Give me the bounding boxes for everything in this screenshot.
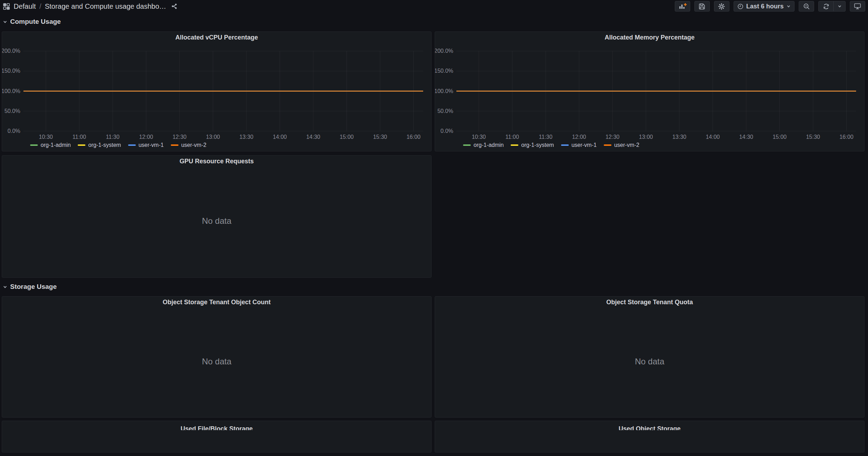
x-tick-label: 10:30: [39, 134, 53, 140]
panel-title-quota[interactable]: Object Storage Tenant Quota: [435, 297, 864, 306]
legend-label[interactable]: user-vm-1: [139, 142, 164, 148]
x-tick-label: 11:30: [539, 134, 553, 140]
x-tick-label: 15:30: [373, 134, 387, 140]
panel-title-gpu[interactable]: GPU Resource Requests: [2, 156, 431, 165]
zoom-out-time-button[interactable]: [799, 1, 814, 12]
y-tick-label: 150.0%: [435, 68, 453, 74]
panel-object-count: Object Storage Tenant Object Count No da…: [2, 296, 432, 418]
x-tick-label: 13:30: [672, 134, 686, 140]
panel-title-vcpu[interactable]: Allocated vCPU Percentage: [2, 32, 431, 41]
legend-item-user-vm-1[interactable]: user-vm-1: [128, 142, 164, 148]
refresh-button-group: [818, 1, 846, 12]
x-tick-label: 14:30: [739, 134, 753, 140]
cycle-view-mode-button[interactable]: [850, 1, 865, 12]
share-icon[interactable]: [171, 3, 177, 9]
panel-title-object-count[interactable]: Object Storage Tenant Object Count: [2, 297, 431, 306]
panel-used-object: Used Object Storage: [435, 421, 864, 453]
legend-label[interactable]: org-1-system: [521, 142, 554, 148]
y-tick-label: 50.0%: [438, 108, 453, 114]
no-data-wrap: No data: [2, 165, 431, 277]
legend-item-org-1-system[interactable]: org-1-system: [78, 142, 121, 148]
y-tick-label: 50.0%: [5, 108, 20, 114]
x-tick-label: 15:00: [340, 134, 354, 140]
legend-dash-icon: [78, 144, 85, 146]
panel-tenant-quota: Object Storage Tenant Quota No data: [435, 296, 864, 418]
save-dashboard-button[interactable]: [694, 1, 710, 12]
x-tick-label: 14:30: [306, 134, 320, 140]
section-row-compute-usage[interactable]: Compute Usage: [3, 16, 61, 27]
x-tick-label: 16:00: [406, 134, 420, 140]
x-tick-label: 12:30: [606, 134, 620, 140]
legend-item-user-vm-2[interactable]: user-vm-2: [171, 142, 206, 148]
x-tick-label: 11:30: [106, 134, 120, 140]
x-tick-label: 11:00: [72, 134, 86, 140]
caret-down-icon: [786, 4, 791, 8]
legend-item-user-vm-1[interactable]: user-vm-1: [561, 142, 597, 148]
save-icon: [699, 3, 705, 10]
panel-title-object-used[interactable]: Used Object Storage: [435, 421, 864, 430]
legend-dash-icon: [561, 144, 569, 146]
y-tick-label: 200.0%: [435, 48, 453, 54]
settings-gear-icon: [718, 3, 725, 10]
x-tick-label: 15:30: [806, 134, 820, 140]
apps-icon[interactable]: [3, 3, 10, 10]
panel-allocated-vcpu: Allocated vCPU Percentage 0.0%50.0%100.0…: [2, 31, 432, 151]
time-range-label: Last 6 hours: [746, 3, 784, 10]
legend-item-org-1-admin[interactable]: org-1-admin: [30, 142, 71, 148]
breadcrumb-separator: /: [39, 2, 41, 10]
y-tick-label: 100.0%: [435, 88, 453, 94]
legend-dash-icon: [511, 144, 518, 146]
refresh-interval-dropdown[interactable]: [833, 1, 845, 11]
refresh-dashboard-button[interactable]: [819, 1, 833, 11]
panel-used-file-block: Used File/Block Storage: [2, 421, 432, 453]
x-tick-label: 13:30: [239, 134, 253, 140]
legend-label[interactable]: org-1-admin: [41, 142, 71, 148]
no-data-text: No data: [635, 357, 664, 366]
caret-down-icon: [838, 4, 842, 8]
no-data-text: No data: [202, 216, 231, 226]
section-title-storage: Storage Usage: [10, 283, 57, 291]
legend-label[interactable]: org-1-system: [88, 142, 121, 148]
time-range-picker[interactable]: Last 6 hours: [734, 1, 794, 12]
x-tick-label: 13:00: [639, 134, 653, 140]
legend-label[interactable]: user-vm-2: [181, 142, 206, 148]
x-tick-label: 12:00: [572, 134, 586, 140]
dashboard-settings-button[interactable]: [714, 1, 729, 12]
legend-label[interactable]: user-vm-1: [572, 142, 597, 148]
legend-vcpu: org-1-adminorg-1-systemuser-vm-1user-vm-…: [30, 142, 206, 148]
panel-gpu-requests: GPU Resource Requests No data: [2, 155, 432, 278]
toolbar: Last 6 hours: [675, 1, 865, 12]
timeseries-plot-memory[interactable]: 0.0%50.0%100.0%150.0%200.0%10:3011:0011:…: [435, 41, 865, 152]
x-tick-label: 16:00: [839, 134, 853, 140]
legend-label[interactable]: org-1-admin: [474, 142, 504, 148]
x-tick-label: 13:00: [206, 134, 220, 140]
no-data-wrap: No data: [2, 306, 431, 417]
x-tick-label: 10:30: [472, 134, 486, 140]
panel-title-file-block[interactable]: Used File/Block Storage: [2, 421, 431, 430]
no-data-wrap: No data: [435, 306, 864, 417]
legend-label[interactable]: user-vm-2: [614, 142, 639, 148]
legend-item-org-1-admin[interactable]: org-1-admin: [463, 142, 504, 148]
add-panel-icon: [678, 3, 687, 10]
legend-item-org-1-system[interactable]: org-1-system: [511, 142, 554, 148]
section-row-storage-usage[interactable]: Storage Usage: [3, 281, 57, 292]
y-tick-label: 0.0%: [441, 128, 453, 134]
legend-dash-icon: [463, 144, 471, 146]
legend-dash-icon: [128, 144, 136, 146]
legend-item-user-vm-2[interactable]: user-vm-2: [604, 142, 639, 148]
legend-dash-icon: [604, 144, 611, 146]
timeseries-plot-vcpu[interactable]: 0.0%50.0%100.0%150.0%200.0%10:3011:0011:…: [2, 41, 432, 152]
breadcrumb-dashboard-title[interactable]: Storage and Compute usage dashbo…: [45, 2, 166, 10]
panel-allocated-memory: Allocated Memory Percentage 0.0%50.0%100…: [435, 31, 864, 151]
clock-icon: [737, 3, 743, 9]
y-tick-label: 150.0%: [2, 68, 20, 74]
add-panel-button[interactable]: [675, 1, 690, 12]
x-tick-label: 12:00: [139, 134, 153, 140]
zoom-out-icon: [803, 3, 810, 10]
section-title-compute: Compute Usage: [10, 18, 61, 26]
breadcrumb-folder[interactable]: Default: [14, 2, 36, 10]
monitor-icon: [854, 3, 861, 9]
y-tick-label: 100.0%: [2, 88, 20, 94]
panel-title-memory[interactable]: Allocated Memory Percentage: [435, 32, 864, 41]
y-tick-label: 200.0%: [2, 48, 20, 54]
